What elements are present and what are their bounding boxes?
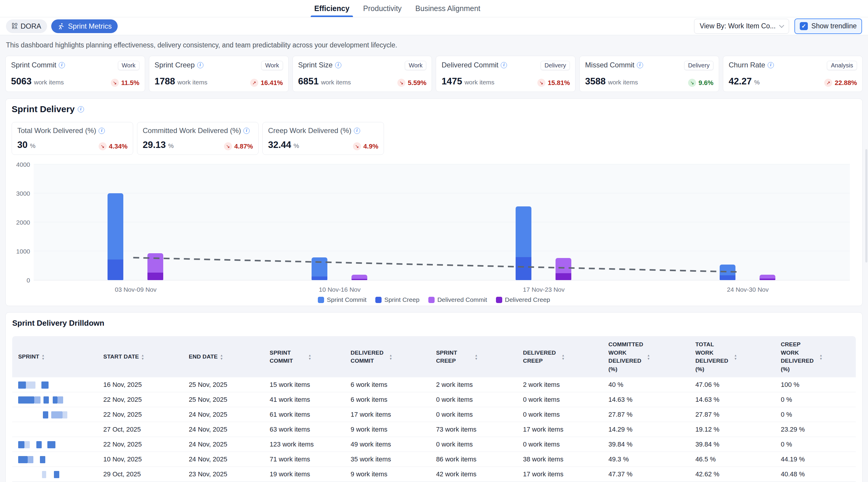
column-header-end-date[interactable]: END DATE▴▾: [183, 336, 264, 377]
sort-icon[interactable]: ▴▾: [735, 354, 736, 360]
sort-icon[interactable]: ▴▾: [42, 354, 44, 360]
info-icon[interactable]: i: [354, 127, 360, 134]
sprint-metrics-button[interactable]: Sprint Metrics: [51, 19, 118, 33]
column-header-total-work-delivered[interactable]: TOTAL WORK DELIVERED (%)▴▾: [689, 336, 775, 377]
info-icon[interactable]: i: [99, 127, 105, 134]
column-header-creep-work-delivered[interactable]: CREEP WORK DELIVERED (%)▴▾: [775, 336, 856, 377]
info-icon[interactable]: i: [59, 62, 65, 68]
sort-icon[interactable]: ▴▾: [221, 354, 222, 360]
table-row[interactable]: 22 Nov, 202525 Nov, 202541 work items6 w…: [12, 392, 856, 407]
dora-button[interactable]: DORA DORA: [6, 19, 47, 33]
metric-card-value-row: 42.27%↗22.88%: [728, 76, 857, 87]
redacted-sprint-name: [26, 381, 35, 389]
x-tick-label: 24 Nov-30 Nov: [727, 286, 769, 293]
dora-logo-icon: DORA: [12, 23, 18, 30]
metric-card-name: Total Work Delivered (%)i: [17, 126, 105, 135]
metric-card-header: Missed CommitiDelivery: [585, 61, 713, 70]
dora-button-label: DORA: [21, 22, 41, 30]
table-row[interactable]: 29 Oct, 202523 Nov, 202519 work items9 w…: [12, 467, 856, 482]
legend-item-delivered-commit[interactable]: Delivered Commit: [428, 296, 487, 303]
scrollbar-thumb[interactable]: [865, 149, 867, 262]
cell-sprint-creep: 73 work items: [430, 422, 517, 437]
metric-value: 5063: [11, 76, 32, 87]
redacted-sprint-name: [24, 441, 30, 448]
trend-percent: 4.9%: [363, 143, 378, 150]
sort-icon[interactable]: ▴▾: [820, 354, 822, 360]
sprint-delivery-title: Sprint Delivery i: [11, 104, 857, 114]
legend-item-sprint-creep[interactable]: Sprint Creep: [375, 296, 420, 303]
sort-icon[interactable]: ▴▾: [309, 354, 311, 360]
view-by-dropdown[interactable]: View By: Work Item Co...: [694, 19, 789, 34]
cell-creep-work-delivered: 0 %: [775, 437, 856, 452]
x-tick-label: 17 Nov-23 Nov: [523, 286, 564, 293]
column-header-committed-work-delivered[interactable]: COMMITTED WORK DELIVERED (%)▴▾: [602, 336, 689, 377]
column-header-sprint-creep[interactable]: SPRINT CREEP▴▾: [430, 336, 517, 377]
metric-card-header: Committed Work Delivered (%)i: [143, 126, 253, 135]
column-header-start-date[interactable]: START DATE▴▾: [97, 336, 183, 377]
sort-icon[interactable]: ▴▾: [648, 354, 650, 360]
tab-efficiency[interactable]: Efficiency: [314, 0, 349, 17]
column-header-inner: SPRINT COMMIT▴▾: [270, 349, 342, 365]
x-tick-label: 03 Nov-09 Nov: [115, 286, 156, 293]
metric-card-name: Sprint Sizei: [298, 61, 341, 69]
metric-card-name: Missed Commiti: [585, 61, 643, 69]
info-icon[interactable]: i: [335, 62, 341, 68]
category-badge: Delivery: [540, 61, 570, 70]
tab-productivity[interactable]: Productivity: [363, 0, 402, 17]
cell-delivered-commit: 9 work items: [345, 422, 430, 437]
metric-unit: %: [294, 142, 299, 149]
cell-delivered-creep: 17 work items: [517, 467, 602, 482]
cell-total-work-delivered: 27.87 %: [689, 407, 775, 422]
table-row[interactable]: 16 Nov, 202525 Nov, 202515 work items6 w…: [12, 377, 856, 392]
trendline-label: Show trendline: [811, 22, 857, 30]
trend-down-icon: ↘: [99, 142, 106, 150]
cell-sprint-commit: 63 work items: [264, 422, 345, 437]
drilldown-section: Sprint Delivery Drilldown SPRINT▴▾START …: [5, 312, 863, 482]
column-header-delivered-creep[interactable]: DELIVERED CREEP▴▾: [517, 336, 602, 377]
info-icon[interactable]: i: [637, 62, 643, 68]
metric-card-total-work-delivered-: Total Work Delivered (%)i30%↘4.34%: [11, 122, 133, 155]
sort-icon[interactable]: ▴▾: [390, 354, 392, 360]
column-header-inner: SPRINT CREEP▴▾: [436, 349, 514, 365]
column-header-delivered-commit[interactable]: DELIVERED COMMIT▴▾: [345, 336, 430, 377]
table-row[interactable]: 22 Nov, 202524 Nov, 2025123 work items49…: [12, 437, 856, 452]
cell-start-date: 22 Nov, 2025: [97, 392, 183, 407]
metric-value: 32.44: [268, 140, 291, 150]
metric-card-name: Creep Work Delivered (%)i: [268, 126, 360, 135]
trendline-checkbox[interactable]: ✓: [800, 22, 808, 30]
legend-item-delivered-creep[interactable]: Delivered Creep: [496, 296, 550, 303]
metric-value: 29.13: [143, 140, 166, 150]
cell-committed-work-delivered: 39.84 %: [602, 437, 689, 452]
info-icon[interactable]: i: [197, 62, 204, 68]
info-icon[interactable]: i: [768, 62, 774, 68]
cell-sprint-creep: 0 work items: [430, 437, 517, 452]
category-badge: Work: [118, 61, 140, 70]
tab-business-alignment[interactable]: Business Alignment: [415, 0, 480, 17]
chevron-down-icon: [779, 23, 784, 28]
metric-card-sprint-size: Sprint SizeiWork6851work items↘5.59%: [292, 56, 432, 92]
sprint-delivery-chart: 01000200030004000 03 Nov-09 Nov10 Nov-16…: [11, 161, 857, 302]
cell-delivered-commit: 17 work items: [345, 407, 430, 422]
cell-end-date: 24 Nov, 2025: [183, 407, 264, 422]
legend-item-sprint-commit[interactable]: Sprint Commit: [318, 296, 366, 303]
metric-card-header: Creep Work Delivered (%)i: [268, 126, 378, 135]
sort-icon[interactable]: ▴▾: [475, 354, 477, 360]
table-row[interactable]: 27 Oct, 202524 Nov, 202563 work items9 w…: [12, 422, 856, 437]
sort-icon[interactable]: ▴▾: [142, 354, 144, 360]
column-header-sprint-commit[interactable]: SPRINT COMMIT▴▾: [264, 336, 345, 377]
info-icon[interactable]: i: [243, 127, 250, 134]
metric-unit: work items: [608, 79, 638, 86]
info-icon[interactable]: i: [501, 62, 507, 68]
cell-delivered-creep: 38 work items: [517, 452, 602, 467]
column-header-sprint[interactable]: SPRINT▴▾: [12, 336, 97, 377]
redacted-sprint-name: [58, 396, 63, 403]
show-trendline-toggle[interactable]: ✓ Show trendline: [795, 19, 862, 34]
sort-icon[interactable]: ▴▾: [562, 354, 564, 360]
table-row[interactable]: 10 Nov, 202524 Nov, 202571 work items35 …: [12, 452, 856, 467]
cell-start-date: 10 Nov, 2025: [97, 452, 183, 467]
legend-swatch: [496, 297, 502, 303]
redacted-sprint-name: [54, 471, 59, 478]
info-icon[interactable]: i: [78, 106, 84, 112]
column-header-inner: SPRINT▴▾: [18, 352, 94, 361]
table-row[interactable]: 22 Nov, 202524 Nov, 202561 work items17 …: [12, 407, 856, 422]
